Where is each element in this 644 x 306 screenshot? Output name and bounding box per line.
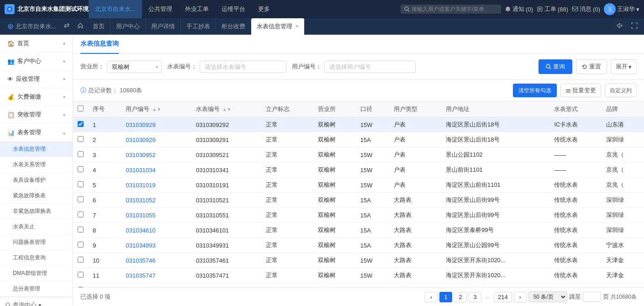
row-checkbox[interactable] (78, 166, 84, 172)
row-checkbox[interactable] (78, 136, 84, 142)
select-all-checkbox[interactable] (78, 106, 84, 111)
cell-office: 双榆树 (313, 283, 356, 288)
tab-meter-close-btn[interactable]: ✕ (295, 24, 299, 29)
tab-meter-info[interactable]: 水表信息管理 ✕ (251, 18, 305, 35)
row-checkbox[interactable] (78, 272, 84, 278)
mute-icon (617, 22, 623, 29)
cell-address: 海淀区景山后街99号 (441, 193, 550, 208)
cell-diameter: 15W (356, 268, 390, 283)
message-btn[interactable]: 消息 (0) (572, 5, 600, 13)
site-name: 北京市自来水... (16, 22, 56, 31)
prev-page-btn[interactable]: ‹ (425, 292, 438, 302)
tab-user-center[interactable]: 用户中心 (111, 18, 146, 35)
sidebar-sub-emergency-replace[interactable]: 紧急故障换表 (0, 188, 73, 204)
search-input[interactable] (412, 6, 485, 12)
home-nav-icon-btn[interactable] (74, 21, 86, 31)
row-checkbox-cell (73, 253, 88, 268)
page-btn-2[interactable]: 2 (454, 292, 467, 302)
user-no-input[interactable] (324, 61, 416, 73)
site-selector[interactable]: 北京市自来水... (4, 18, 60, 35)
page-btn-214[interactable]: 214 (494, 292, 512, 302)
sidebar-sub-meter-device[interactable]: 表具设备维护 (0, 173, 73, 188)
fullscreen-icon-btn[interactable] (628, 21, 640, 31)
user-info[interactable]: 王 王淑华 ▾ (604, 3, 639, 15)
row-checkbox[interactable] (78, 257, 84, 263)
page-size-select[interactable]: 50 条/页 100 条/页 200 条/页 (528, 291, 567, 302)
sidebar-search[interactable]: 查询中心 ▾ (0, 297, 73, 306)
user-no-link[interactable]: 031031052 (126, 197, 155, 204)
tab-user-detail[interactable]: 用户详情 (146, 18, 181, 35)
user-no-link[interactable]: 031031019 (126, 182, 155, 189)
nav-link-1[interactable]: 公共管理 (142, 0, 179, 18)
workorder-btn[interactable]: 工单 (88) (537, 5, 568, 13)
page-btn-1[interactable]: 1 (439, 292, 452, 302)
search-button[interactable]: 查询 (538, 59, 572, 74)
cell-meter-type: 传统水表 (549, 132, 601, 148)
mute-icon-btn[interactable] (614, 21, 626, 31)
user-no-link[interactable]: 031035747 (126, 272, 155, 279)
sidebar-item-customer[interactable]: 👥 客户中心 ▾ (0, 53, 73, 70)
clear-select-button[interactable]: 清空所有勾选 (513, 84, 557, 97)
tab-counter-fee[interactable]: 柜台收费 (216, 18, 251, 35)
custom-column-button[interactable]: 自定义列 (605, 84, 637, 97)
row-checkbox[interactable] (78, 181, 84, 187)
next-page-btn[interactable]: › (514, 292, 527, 302)
row-checkbox[interactable] (78, 227, 84, 232)
expand-icon: ▾ (628, 63, 632, 70)
nav-link-0[interactable]: 北京市自来水... (89, 0, 142, 18)
user-no-link[interactable]: 031031055 (126, 212, 155, 219)
svg-point-1 (405, 7, 408, 11)
expand-button[interactable]: 展开 ▾ (611, 59, 637, 74)
user-no-link[interactable]: 031034993 (126, 242, 155, 249)
sidebar-sub-dma[interactable]: DMA群组管理 (0, 266, 73, 281)
sidebar-sub-non-emergency-replace[interactable]: 非紧急故障换表 (0, 204, 73, 219)
cell-status: 正常 (261, 117, 313, 132)
sidebar-item-debt[interactable]: 💰 欠费催缴 ▾ (0, 88, 73, 106)
tab-home[interactable]: 首页 (87, 18, 111, 35)
cell-diameter: 15W (356, 163, 390, 178)
tab-manual-reading[interactable]: 手工抄表 (181, 18, 216, 35)
user-no-link[interactable]: 031030952 (126, 152, 155, 158)
page-jump-input[interactable] (583, 292, 601, 302)
user-no-link[interactable]: 031030929 (126, 121, 155, 128)
nav-link-4[interactable]: 更多 (252, 0, 276, 18)
user-no-link[interactable]: 031035746 (126, 257, 155, 264)
cell-user-type: 户表 (389, 178, 441, 193)
sidebar-sub-meter-close[interactable]: 水表关止 (0, 219, 73, 235)
sidebar-item-home[interactable]: 🏠 首页 ▾ (0, 35, 73, 53)
table-toolbar: ⓘ 总记录数： 10680条 清空所有勾选 批量变更 自定义列 (73, 80, 644, 101)
sidebar-item-meter-mgmt[interactable]: 📊 表务管理 ▴ (0, 124, 73, 142)
row-checkbox[interactable] (78, 151, 84, 157)
meter-no-input[interactable] (200, 61, 286, 73)
row-checkbox[interactable] (78, 196, 84, 202)
batch-change-button[interactable]: 批量变更 (560, 84, 601, 97)
reset-button[interactable]: 重置 (576, 59, 607, 74)
sidebar-sub-meter-relation[interactable]: 水表关系管理 (0, 157, 73, 173)
table-row: 2 031030929 0310309291 正常 双榆树 15A 户表 海淀区… (73, 132, 644, 148)
sidebar-item-billing[interactable]: 👁 应收管理 ▾ (0, 70, 73, 88)
page-btn-3[interactable]: 3 (469, 292, 481, 302)
nav-link-2[interactable]: 外业工单 (179, 0, 215, 18)
sidebar-item-emergency[interactable]: 📋 突收管理 ▾ (0, 106, 73, 124)
row-checkbox[interactable] (78, 121, 84, 127)
office-select[interactable]: 双榆树 (107, 61, 162, 73)
sidebar-sub-meter-info[interactable]: 水表信息管理 (0, 142, 73, 157)
nav-link-3[interactable]: 运维平台 (215, 0, 252, 18)
header-brand: 品牌 (602, 101, 644, 117)
user-no-link[interactable]: 031030929 (126, 137, 155, 143)
cell-user-type: 大路表 (389, 193, 441, 208)
table-row: 8 031034610 0310346101 正常 双榆树 15A 大路表 海淀… (73, 223, 644, 238)
sidebar-sub-engineering[interactable]: 工程信息查询 (0, 250, 73, 266)
row-checkbox-cell (73, 208, 88, 223)
user-no-link[interactable]: 031031034 (126, 167, 155, 174)
user-no-link[interactable]: 031034610 (126, 227, 155, 234)
row-checkbox[interactable] (78, 211, 84, 217)
swap-icon-btn[interactable] (61, 21, 73, 31)
row-checkbox[interactable] (78, 242, 84, 248)
tab-counter-fee-label: 柜台收费 (222, 22, 245, 31)
sidebar-sub-problem-replace[interactable]: 问题换表管理 (0, 235, 73, 250)
cell-address: 海淀区景山后街99号 (441, 208, 550, 223)
notification-btn[interactable]: 通知 (0) (505, 5, 533, 13)
sidebar-sub-total-meter[interactable]: 总分表管理 (0, 281, 73, 297)
cell-status: 正常 (261, 132, 313, 148)
